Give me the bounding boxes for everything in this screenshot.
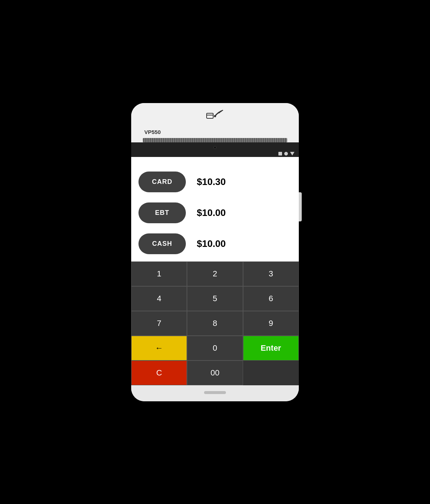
key-enter[interactable]: Enter xyxy=(243,336,299,361)
screen: CARD $10.30 EBT $10.00 CASH $10.00 1 2 3 xyxy=(131,157,299,385)
key-6[interactable]: 6 xyxy=(243,286,299,311)
key-9[interactable]: 9 xyxy=(243,311,299,336)
ebt-button[interactable]: EBT xyxy=(138,202,186,223)
camera xyxy=(214,146,216,149)
model-label: VP550 xyxy=(144,129,161,135)
printer-slot xyxy=(143,138,287,142)
svg-point-0 xyxy=(214,115,216,117)
contactless-icon xyxy=(206,110,224,125)
status-bar xyxy=(131,151,299,157)
svg-rect-1 xyxy=(207,113,213,118)
key-00[interactable]: 00 xyxy=(187,361,243,385)
payment-row-card: CARD $10.30 xyxy=(138,172,292,192)
key-1[interactable]: 1 xyxy=(131,261,187,286)
key-clear[interactable]: C xyxy=(131,361,187,385)
card-button[interactable]: CARD xyxy=(138,172,186,192)
keypad: 1 2 3 4 5 6 7 8 9 ← 0 Enter C 00 xyxy=(131,261,299,385)
cash-amount: $10.00 xyxy=(197,238,226,249)
terminal-device: VP550 CARD $10.30 EBT $10.00 xyxy=(131,103,299,401)
terminal-bottom xyxy=(131,385,299,401)
payment-options: CARD $10.30 EBT $10.00 CASH $10.00 xyxy=(131,157,299,261)
key-7[interactable]: 7 xyxy=(131,311,187,336)
side-strip xyxy=(299,192,302,221)
payment-row-ebt: EBT $10.00 xyxy=(138,202,292,223)
status-square-icon xyxy=(278,152,282,155)
status-circle-icon xyxy=(284,152,288,155)
key-backspace[interactable]: ← xyxy=(131,336,187,361)
bottom-port xyxy=(204,391,226,394)
terminal-top: VP550 xyxy=(131,103,299,142)
key-2[interactable]: 2 xyxy=(187,261,243,286)
key-5[interactable]: 5 xyxy=(187,286,243,311)
status-triangle-icon xyxy=(290,152,294,155)
key-4[interactable]: 4 xyxy=(131,286,187,311)
key-0[interactable]: 0 xyxy=(187,336,243,361)
cash-button[interactable]: CASH xyxy=(138,233,186,254)
screen-bezel: CARD $10.30 EBT $10.00 CASH $10.00 1 2 3 xyxy=(131,142,299,385)
key-3[interactable]: 3 xyxy=(243,261,299,286)
card-amount: $10.30 xyxy=(197,176,226,188)
ebt-amount: $10.00 xyxy=(197,207,226,218)
key-8[interactable]: 8 xyxy=(187,311,243,336)
payment-row-cash: CASH $10.00 xyxy=(138,233,292,254)
